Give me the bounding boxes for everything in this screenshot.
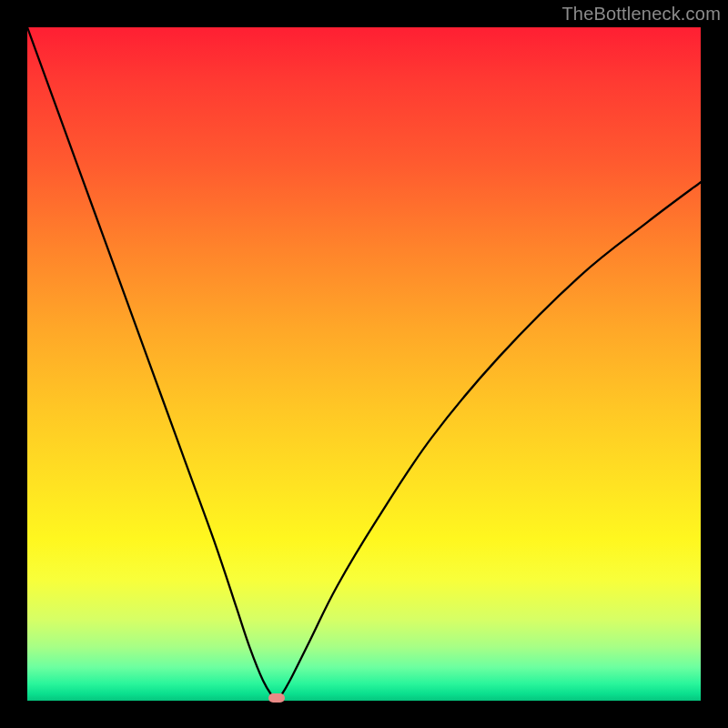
curve-svg	[27, 27, 701, 701]
minimum-marker	[268, 693, 285, 703]
watermark-text: TheBottleneck.com	[561, 4, 721, 25]
plot-area	[27, 27, 701, 701]
chart-frame: TheBottleneck.com	[0, 0, 728, 728]
bottleneck-curve	[27, 27, 701, 701]
